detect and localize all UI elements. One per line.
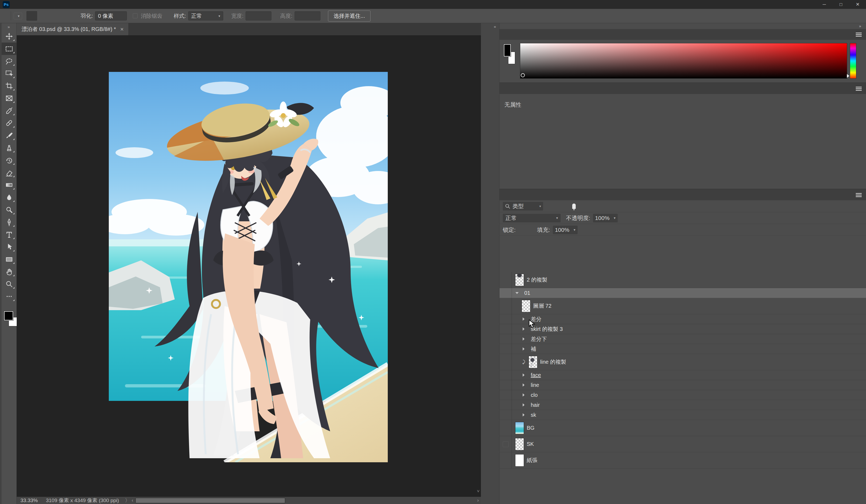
layer-name[interactable]: 2 的複製 [527,276,547,283]
layer-row-補[interactable]: ⤸ 補 [500,344,866,354]
layer-thumbnail[interactable] [522,300,531,312]
quick-mask-button[interactable] [2,345,16,357]
layer-row-face[interactable]: ⤸ face [500,370,866,380]
canvas-viewport[interactable]: ˅ [17,35,481,497]
group-expand-chevron[interactable] [522,383,525,387]
layer-row-BG[interactable]: ⤸ BG [500,420,866,436]
mini-dock-collapse-chevron[interactable]: « [481,23,499,30]
canvas-vertical-scroll-chevron[interactable]: ˅ [477,489,480,494]
layer-name[interactable]: hair [531,402,540,408]
layers-tab-路径[interactable] [525,190,538,200]
layer-name[interactable]: line [531,382,539,388]
tool-type[interactable] [2,228,16,241]
toolbar-collapse-chevron[interactable]: » [2,23,16,30]
layer-filter-type-select[interactable]: 类型 ▾ [503,202,543,211]
tool-spot-healing[interactable] [2,117,16,129]
tool-preset-picker[interactable]: ▾ [14,13,22,19]
layers-tab-图层[interactable] [500,190,512,200]
layer-name[interactable]: 差分下 [531,335,547,343]
layer-thumbnail[interactable] [515,438,524,450]
scroll-right-icon[interactable]: › [477,497,479,503]
visibility-toggle[interactable] [500,314,512,324]
visibility-toggle[interactable] [500,288,512,298]
window-control-close[interactable]: ✕ [849,0,866,9]
layer-name[interactable]: line 的複製 [540,358,566,366]
visibility-toggle[interactable] [500,420,512,436]
tool-history-brush[interactable] [2,154,16,166]
panel-menu-icon[interactable] [856,33,862,33]
style-select[interactable]: 正常▾ [188,11,223,21]
layer-name[interactable]: 紙張 [527,457,537,464]
tool-lasso[interactable] [2,55,16,67]
layer-name[interactable]: 補 [531,345,536,353]
tool-clone-stamp[interactable] [2,142,16,154]
tool-brush[interactable] [2,129,16,142]
select-and-mask-button[interactable]: 选择并遮住... [328,11,371,22]
layers-tab-通道[interactable] [512,190,525,200]
visibility-toggle[interactable] [500,344,512,354]
screen-mode-button[interactable] [2,357,16,368]
group-expand-chevron[interactable] [522,413,525,416]
panel-menu-icon[interactable] [856,193,862,194]
filter-toggle-pin[interactable] [572,203,576,209]
menu-item[interactable] [32,0,41,9]
foreground-color-well[interactable] [504,44,511,57]
document-tab[interactable]: 漂泊者 03.psd @ 33.3% (01, RGB/8#) * × [17,23,129,35]
visibility-toggle[interactable] [500,354,512,370]
layer-thumbnail[interactable] [515,454,524,467]
group-expand-chevron[interactable] [522,317,525,321]
tool-path-selection[interactable] [2,241,16,253]
group-expand-chevron[interactable] [522,393,525,396]
close-tab-icon[interactable]: × [120,26,124,33]
layer-row-差分下[interactable]: ⤸ 差分下 [500,334,866,344]
layer-name[interactable]: face [531,372,541,378]
tool-frame[interactable] [2,92,16,104]
scroll-left-icon[interactable]: ‹ [132,497,133,503]
tool-shape[interactable] [2,253,16,266]
visibility-toggle[interactable] [500,436,512,452]
saturation-brightness-field[interactable] [520,43,847,79]
group-expand-chevron[interactable] [522,327,525,331]
layer-row-01[interactable]: ⤸ 01 [500,288,866,298]
visibility-toggle[interactable] [500,410,512,420]
menu-item[interactable] [50,0,59,9]
fill-value[interactable]: 100% ▾ [553,226,578,234]
color-tab-色板[interactable] [512,29,525,40]
layer-row-差分[interactable]: ⤸ 差分 [500,314,866,324]
layer-row-SK[interactable]: ⤸ SK [500,436,866,452]
height-input[interactable] [295,11,320,21]
group-expand-chevron[interactable] [522,337,525,340]
panel-menu-icon[interactable] [856,87,862,88]
layer-thumbnail[interactable] [515,274,524,286]
visibility-toggle[interactable] [500,334,512,344]
blend-mode-select[interactable]: 正常 ▾ [503,214,560,222]
visibility-toggle[interactable] [500,400,512,410]
properties-tab-属性[interactable] [500,83,512,94]
horizontal-scrollbar-thumb[interactable] [135,498,285,503]
layer-thumbnail[interactable] [515,422,524,434]
right-dock-collapse-chevron[interactable]: » [500,23,866,29]
properties-tab-库[interactable] [525,83,538,94]
tool-dodge[interactable] [2,203,16,216]
width-input[interactable] [246,11,271,21]
visibility-toggle[interactable] [500,272,512,288]
hue-strip[interactable] [850,43,856,79]
selection-intersect-button[interactable] [62,11,73,21]
selection-subtract-button[interactable] [50,11,61,21]
layer-row-hair[interactable]: ⤸ hair [500,400,866,410]
window-control-minimize[interactable]: ─ [816,0,833,9]
tool-object-selection[interactable] [2,67,16,80]
anti-alias-checkbox[interactable] [133,13,137,18]
hue-slider-arrow[interactable] [847,74,849,78]
selection-add-button[interactable] [38,11,49,21]
feather-input[interactable]: 0 像素 [95,11,127,21]
window-control-maximize[interactable]: □ [833,0,849,9]
tool-blur[interactable] [2,191,16,203]
layer-row-圖層-72[interactable]: ⤸ 圖層 72 [500,298,866,314]
tool-eyedropper[interactable] [2,104,16,117]
layer-row-skirt-的複製-3[interactable]: ⤸ skirt 的複製 3 [500,324,866,334]
menu-item[interactable] [68,0,78,9]
tool-zoom[interactable] [2,278,16,290]
layer-row-紙張[interactable]: ⤸ 紙張 [500,452,866,469]
layer-name[interactable]: skirt 的複製 3 [531,325,563,333]
